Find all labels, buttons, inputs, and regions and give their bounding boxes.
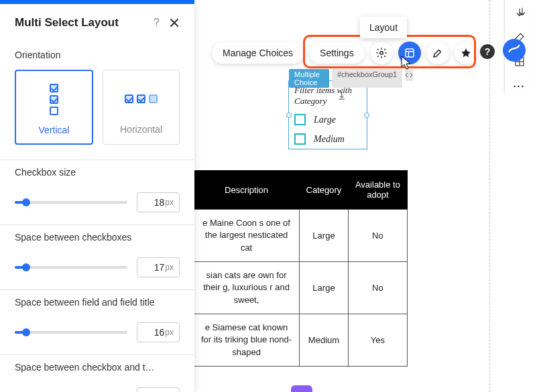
table-row: sian cats are own for their g, luxurious… xyxy=(194,262,408,314)
col-available: Available to adopt xyxy=(348,170,407,210)
design-brush-icon[interactable] xyxy=(426,42,449,64)
cats-table: Description Category Available to adopt … xyxy=(193,170,408,367)
orientation-vertical-label: Vertical xyxy=(23,125,85,135)
slider-label: Space between checkboxes xyxy=(15,232,180,243)
space-checkboxes-input[interactable]: 17px xyxy=(137,257,180,277)
space-field-title-input[interactable]: 16px xyxy=(137,322,180,342)
close-icon[interactable] xyxy=(169,17,180,28)
multi-select-widget[interactable]: Multiple Choice #checkboxGroup1 Filter i… xyxy=(288,80,367,149)
checkbox-size-input[interactable]: 18px xyxy=(137,192,180,212)
slider-label: Space between checkbox and t… xyxy=(15,362,180,373)
manage-choices-button[interactable]: Manage Choices xyxy=(212,42,304,64)
widget-option[interactable]: Medium xyxy=(289,129,367,149)
orientation-horizontal[interactable]: Horizontal xyxy=(103,70,180,145)
resize-handle-left[interactable] xyxy=(286,113,292,118)
checkbox-icon[interactable] xyxy=(294,133,306,145)
widget-id-tag: #checkboxGroup1 xyxy=(332,69,402,88)
layout-tooltip: Layout xyxy=(360,17,407,38)
table-row: e Siamese cat known for its triking blue… xyxy=(194,314,408,367)
accessibility-icon[interactable] xyxy=(503,39,526,62)
slider-label: Space between field and field title xyxy=(15,297,180,308)
orientation-label: Orientation xyxy=(15,50,180,60)
panel-title: Multi Select Layout xyxy=(15,16,154,29)
cursor-icon xyxy=(400,55,413,73)
slider-label: Checkbox size xyxy=(15,167,180,178)
help-badge-icon[interactable]: ? xyxy=(480,44,495,59)
widget-toolbar: Manage Choices Settings xyxy=(212,42,477,64)
col-description: Description xyxy=(194,170,300,210)
canvas-guide-line xyxy=(489,0,490,392)
svg-point-0 xyxy=(379,52,383,55)
orientation-horizontal-label: Horizontal xyxy=(110,124,172,135)
gear-icon[interactable] xyxy=(370,42,393,64)
help-icon[interactable]: ? xyxy=(154,17,160,29)
table-row: e Maine Coon s one of the largest nestic… xyxy=(194,210,408,262)
orientation-vertical[interactable]: Vertical xyxy=(15,70,93,145)
bottom-tab-icon[interactable] xyxy=(291,385,312,392)
widget-type-tag: Multiple Choice xyxy=(289,69,329,88)
layout-settings-panel: Multi Select Layout ? Orientation Vertic… xyxy=(0,0,194,392)
widget-option[interactable]: Large xyxy=(289,110,367,129)
settings-button[interactable]: Settings xyxy=(309,42,365,64)
space-checkboxes-slider[interactable] xyxy=(15,266,127,269)
space-field-title-slider[interactable] xyxy=(15,331,127,334)
col-category: Category xyxy=(300,170,349,210)
more-icon[interactable]: ··· xyxy=(512,79,528,94)
space-checkbox-text-input[interactable]: 16px xyxy=(137,387,180,392)
expand-down-icon[interactable] xyxy=(337,90,347,161)
move-down-arrow-icon xyxy=(514,4,530,20)
checkbox-size-slider[interactable] xyxy=(15,201,127,204)
animation-icon[interactable] xyxy=(455,42,477,64)
checkbox-icon[interactable] xyxy=(294,114,306,125)
resize-handle-right[interactable] xyxy=(364,113,369,118)
